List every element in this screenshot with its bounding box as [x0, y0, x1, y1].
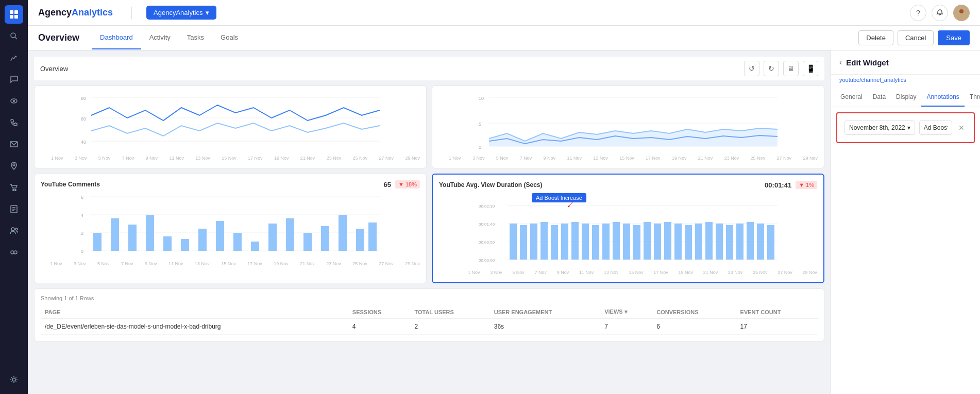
undo-icon[interactable]: ↺	[744, 61, 759, 76]
tab-goals[interactable]: Goals	[212, 26, 246, 49]
notification-button[interactable]	[932, 5, 948, 21]
cell-user-engagement: 36s	[490, 319, 600, 335]
svg-text:5: 5	[479, 122, 481, 127]
svg-rect-71	[540, 222, 548, 260]
topbar: AgencyAnalytics AgencyAnalytics ▾ ?	[28, 0, 980, 26]
cancel-button[interactable]: Cancel	[898, 30, 934, 45]
chart-card-2: 10 5 0 1 Nov 3 Nov 5 Nov	[432, 85, 824, 168]
svg-text:80: 80	[81, 96, 86, 101]
svg-point-7	[13, 100, 15, 102]
svg-rect-50	[216, 221, 224, 251]
mobile-icon[interactable]: 📱	[803, 61, 818, 76]
svg-rect-89	[726, 225, 733, 260]
sidebar-item-integrations[interactable]	[5, 243, 23, 262]
edit-tab-annotations[interactable]: Annotations	[921, 88, 964, 107]
filter-bar: ↺ ↻ 🖥 📱	[34, 57, 824, 80]
sidebar-item-eye[interactable]	[5, 92, 23, 110]
help-button[interactable]: ?	[910, 5, 926, 21]
svg-text:60: 60	[81, 116, 86, 122]
annotation-date-text: November 8th, 2022	[849, 124, 905, 131]
edit-widget-title: Edit Widget	[846, 58, 888, 67]
svg-rect-56	[321, 226, 329, 251]
avatar[interactable]	[953, 5, 970, 21]
svg-text:40: 40	[81, 140, 86, 145]
redo-icon[interactable]: ↻	[764, 61, 779, 76]
sidebar-item-users[interactable]	[5, 221, 23, 240]
tab-tasks[interactable]: Tasks	[179, 26, 212, 49]
col-views[interactable]: VIEWS ▾	[600, 305, 652, 319]
svg-rect-52	[251, 242, 259, 251]
svg-rect-82	[654, 224, 661, 260]
sidebar-item-settings[interactable]	[5, 370, 23, 389]
svg-rect-57	[339, 215, 347, 251]
table-row: /de_DE/event/erleben-sie-das-model-s-und…	[41, 319, 818, 335]
chart4-badge: ▼ 1%	[796, 181, 817, 189]
sidebar-item-cart[interactable]	[5, 178, 23, 197]
svg-rect-76	[592, 225, 599, 260]
logo-text1: Agency	[38, 7, 72, 18]
bar-chart-4: 00:02:30 00:01:40 00:00:50 00:00:00	[439, 201, 817, 268]
sidebar-item-grid[interactable]	[5, 5, 23, 24]
cell-total-users: 2	[410, 319, 489, 335]
cell-sessions: 4	[348, 319, 411, 335]
svg-rect-80	[633, 225, 640, 260]
annotations-content: November 8th, 2022 ▾ ✕	[836, 112, 975, 143]
svg-rect-81	[644, 222, 651, 260]
svg-rect-53	[268, 224, 277, 251]
data-table: PAGE SESSIONS TOTAL USERS USER ENGAGEMEN…	[41, 305, 818, 335]
delete-button[interactable]: Delete	[858, 30, 893, 45]
svg-text:00:01:40: 00:01:40	[479, 222, 495, 227]
annotation-date-select[interactable]: November 8th, 2022 ▾	[844, 121, 915, 135]
annotation-text-input[interactable]	[919, 121, 952, 135]
logo-divider	[131, 7, 132, 19]
svg-rect-84	[674, 224, 682, 260]
sidebar-item-search[interactable]	[5, 27, 23, 45]
content-area: ↺ ↻ 🖥 📱 80 60 40	[28, 50, 980, 394]
svg-rect-55	[303, 233, 312, 251]
svg-rect-54	[286, 218, 294, 251]
svg-point-10	[13, 190, 14, 191]
logo: AgencyAnalytics	[38, 7, 113, 18]
chart4-value: 00:01:41	[765, 181, 791, 189]
svg-rect-72	[551, 225, 558, 260]
sidebar-item-phone[interactable]	[5, 113, 23, 132]
svg-rect-51	[233, 233, 242, 251]
desktop-icon[interactable]: 🖥	[783, 61, 799, 76]
svg-text:6: 6	[81, 195, 83, 200]
sidebar-item-report[interactable]	[5, 200, 23, 218]
svg-rect-88	[716, 224, 723, 260]
edit-tab-general[interactable]: General	[835, 88, 868, 107]
svg-point-19	[14, 251, 17, 254]
edit-tab-thresholds[interactable]: Thresholds	[965, 88, 980, 107]
dashboard-panel: ↺ ↻ 🖥 📱 80 60 40	[28, 50, 831, 394]
svg-rect-91	[747, 222, 754, 260]
back-button[interactable]: ‹	[839, 58, 842, 67]
svg-point-4	[11, 33, 15, 38]
edit-tab-data[interactable]: Data	[868, 88, 891, 107]
annotation-clear-button[interactable]: ✕	[956, 122, 967, 134]
edit-tab-display[interactable]: Display	[891, 88, 921, 107]
chart-card-4: YouTube Avg. View Duration (Secs) 00:01:…	[432, 174, 824, 283]
svg-rect-46	[146, 215, 154, 251]
chart3-value: 65	[384, 181, 391, 189]
svg-rect-68	[510, 224, 517, 260]
sidebar-item-location[interactable]	[5, 157, 23, 175]
sidebar-item-chat[interactable]	[5, 70, 23, 89]
line-chart-1: 80 60 40	[41, 92, 420, 154]
svg-rect-83	[664, 222, 671, 260]
table-meta: Showing 1 of 1 Rows	[41, 295, 818, 301]
sidebar-item-analytics[interactable]	[5, 48, 23, 67]
svg-text:00:00:50: 00:00:50	[479, 240, 495, 245]
annotation-row: November 8th, 2022 ▾ ✕	[844, 121, 967, 135]
svg-rect-90	[736, 224, 744, 260]
svg-rect-2	[10, 15, 13, 19]
agency-button[interactable]: AgencyAnalytics ▾	[146, 6, 216, 20]
svg-rect-78	[613, 222, 620, 260]
edit-tabs: General Data Display Annotations Thresho…	[831, 88, 980, 107]
save-button[interactable]: Save	[938, 30, 970, 45]
chart-card-1: 80 60 40 1 Nov	[34, 85, 427, 168]
sidebar-item-mail[interactable]	[5, 135, 23, 153]
tab-activity[interactable]: Activity	[141, 26, 179, 49]
filter-input[interactable]	[40, 65, 143, 73]
tab-dashboard[interactable]: Dashboard	[92, 26, 141, 49]
